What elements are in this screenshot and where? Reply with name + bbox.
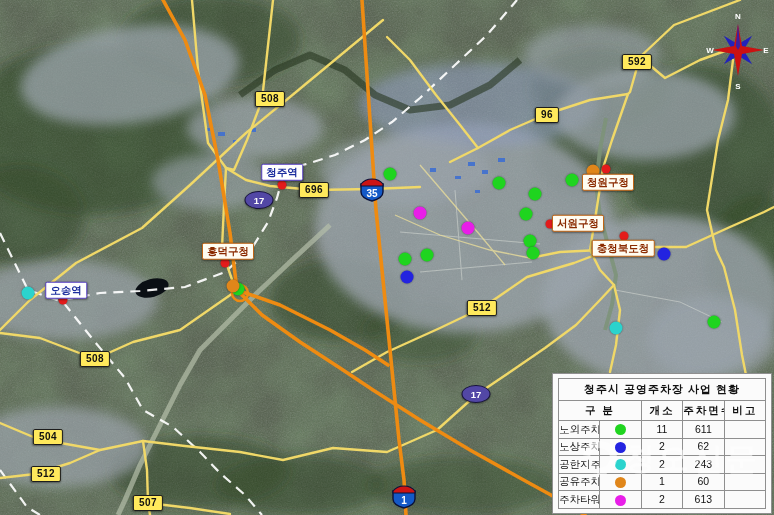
road-badge-96: 96 bbox=[535, 107, 559, 123]
svg-text:35: 35 bbox=[366, 188, 378, 199]
legend-marker-magenta bbox=[600, 491, 641, 509]
label-cheongwon-gu-office: 청원구청 bbox=[582, 174, 634, 191]
legend-note bbox=[724, 438, 765, 456]
parking-marker-magenta bbox=[414, 207, 427, 220]
legend-row: 노외주차장11611 bbox=[559, 421, 766, 439]
legend-spaces: 243 bbox=[683, 456, 724, 474]
legend-note bbox=[724, 456, 765, 474]
compass-e: E bbox=[763, 46, 769, 55]
label-osong-station: 오송역 bbox=[45, 282, 87, 299]
road-badge-504: 504 bbox=[33, 429, 63, 445]
parking-marker-magenta bbox=[462, 222, 475, 235]
legend-count: 2 bbox=[641, 438, 682, 456]
parking-marker-green bbox=[421, 249, 434, 262]
legend-row-label: 공한지주차장 bbox=[559, 456, 600, 474]
legend-spaces: 62 bbox=[683, 438, 724, 456]
legend-marker-cyan bbox=[600, 456, 641, 474]
legend-note bbox=[724, 473, 765, 491]
cheongwon-gu-office-marker bbox=[602, 165, 611, 174]
road-badge-508: 508 bbox=[80, 351, 110, 367]
legend-spaces: 613 bbox=[683, 491, 724, 509]
compass-w: W bbox=[706, 46, 714, 55]
legend-row: 공유주차장160 bbox=[559, 473, 766, 491]
expressway-shield-35: 35 bbox=[359, 178, 385, 202]
parking-marker-cyan bbox=[22, 287, 35, 300]
legend-row-label: 공유주차장 bbox=[559, 473, 600, 491]
parking-marker-green bbox=[524, 235, 537, 248]
legend-marker-orange bbox=[600, 473, 641, 491]
label-chungbuk-provincial-office: 충청북도청 bbox=[592, 240, 655, 257]
label-seowon-gu-office: 서원구청 bbox=[552, 215, 604, 232]
legend-header-row: 구 분개소주차면수비고 bbox=[559, 401, 766, 421]
parking-marker-green bbox=[529, 188, 542, 201]
legend-header: 주차면수 bbox=[683, 401, 724, 421]
legend-row: 노상주차장262 bbox=[559, 438, 766, 456]
road-badge-512: 512 bbox=[31, 466, 61, 482]
expressway-shield-1: 1 bbox=[391, 485, 417, 509]
legend-note bbox=[724, 491, 765, 509]
road-badge-508: 508 bbox=[255, 91, 285, 107]
legend-note bbox=[724, 421, 765, 439]
cheongju-parking-map: 청주역오송역흥덕구청청원구청서원구청충청북도청50869696592508504… bbox=[0, 0, 774, 515]
compass-s: S bbox=[735, 82, 741, 91]
legend-header: 개소 bbox=[641, 401, 682, 421]
parking-marker-green bbox=[527, 247, 540, 260]
route-oval-17: 17 bbox=[245, 191, 274, 209]
legend-table: 청주시 공영주차장 사업 현황구 분개소주차면수비고노외주차장11611노상주차… bbox=[558, 378, 766, 509]
parking-marker-green bbox=[708, 316, 721, 329]
parking-marker-green bbox=[493, 177, 506, 190]
parking-marker-green bbox=[566, 174, 579, 187]
road-badge-507: 507 bbox=[133, 495, 163, 511]
heungdeok-gu-office-marker bbox=[221, 259, 230, 268]
legend-title: 청주시 공영주차장 사업 현황 bbox=[559, 379, 766, 401]
legend-marker-green bbox=[600, 421, 641, 439]
road-badge-592: 592 bbox=[622, 54, 652, 70]
legend-row-label: 주차타워(기타) bbox=[559, 491, 600, 509]
label-cheongju-station: 청주역 bbox=[261, 164, 303, 181]
svg-text:1: 1 bbox=[401, 495, 407, 506]
label-heungdeok-gu-office: 흥덕구청 bbox=[202, 243, 254, 260]
parking-marker-green bbox=[520, 208, 533, 221]
legend-spaces: 611 bbox=[683, 421, 724, 439]
parking-marker-blue bbox=[401, 271, 414, 284]
legend-count: 2 bbox=[641, 456, 682, 474]
cheongju-station-marker bbox=[278, 181, 287, 190]
compass-rose: N S W E bbox=[706, 10, 770, 92]
legend-count: 11 bbox=[641, 421, 682, 439]
parking-marker-cyan bbox=[610, 322, 623, 335]
road-badge-696: 696 bbox=[299, 182, 329, 198]
legend-panel: 청주시 공영주차장 사업 현황구 분개소주차면수비고노외주차장11611노상주차… bbox=[552, 373, 772, 514]
legend-row: 공한지주차장2243 bbox=[559, 456, 766, 474]
compass-n: N bbox=[735, 12, 741, 21]
legend-count: 1 bbox=[641, 473, 682, 491]
parking-marker-orange bbox=[227, 280, 240, 293]
route-oval-17: 17 bbox=[462, 385, 491, 403]
road-badge-512: 512 bbox=[467, 300, 497, 316]
legend-header: 구 분 bbox=[559, 401, 642, 421]
legend-row-label: 노외주차장 bbox=[559, 421, 600, 439]
legend-marker-blue bbox=[600, 438, 641, 456]
legend-row: 주차타워(기타)2613 bbox=[559, 491, 766, 509]
legend-header: 비고 bbox=[724, 401, 765, 421]
legend-count: 2 bbox=[641, 491, 682, 509]
parking-marker-blue bbox=[658, 248, 671, 261]
parking-marker-green bbox=[399, 253, 412, 266]
legend-spaces: 60 bbox=[683, 473, 724, 491]
parking-marker-green bbox=[384, 168, 397, 181]
legend-row-label: 노상주차장 bbox=[559, 438, 600, 456]
